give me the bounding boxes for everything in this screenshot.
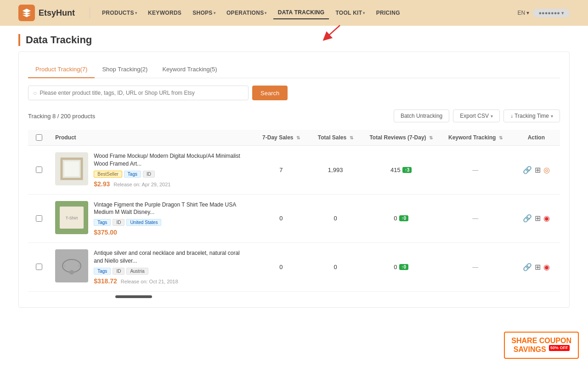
th-keyword-tracking: Keyword Tracking ⇅	[438, 130, 513, 146]
product-price: $375.00	[94, 229, 117, 236]
nav-operations[interactable]: OPERATIONS ▾	[222, 7, 271, 19]
lang-selector[interactable]: EN ▾	[517, 10, 529, 16]
sort-keyword-icon[interactable]: ⇅	[499, 135, 503, 140]
nav-pricing[interactable]: PRICING	[372, 7, 405, 19]
chart-icon[interactable]: ⊞	[535, 166, 541, 174]
content-area: Product Tracking(7) Shop Tracking(2) Key…	[18, 52, 570, 308]
tag-tags: Tags	[124, 171, 141, 178]
svg-point-9	[69, 270, 74, 275]
nav-keywords[interactable]: KEYWORDS	[143, 7, 186, 19]
page-header: Data Tracking	[18, 34, 92, 46]
keyword-tracking-cell: —	[438, 146, 513, 195]
tag-tags: Tags	[94, 219, 111, 226]
product-img-svg	[58, 155, 85, 183]
tag-austria: Austria	[126, 268, 148, 275]
page-header-container: Data Tracking	[0, 26, 588, 46]
search-icon: ○	[33, 89, 37, 97]
sort-label: ↓ Tracking Time	[510, 113, 549, 119]
product-image: T-Shirt	[55, 201, 88, 234]
reviews-cell: 0 ↑0	[364, 243, 438, 292]
main-nav: PRODUCTS ▾ KEYWORDS SHOPS ▾ OPERATIONS ▾…	[97, 6, 405, 19]
reviews-cell: 415 ↑3	[364, 146, 438, 195]
sort-dropdown-icon: ▾	[551, 114, 553, 119]
batch-untracking-button[interactable]: Batch Untracking	[394, 109, 449, 122]
total-sales-cell: 1,993	[307, 146, 364, 195]
th-7day-sales: 7-Day Sales ⇅	[255, 130, 307, 146]
sort-7day-icon[interactable]: ⇅	[296, 135, 300, 140]
chart-icon[interactable]: ⊞	[535, 214, 541, 223]
tags-row: Tags ID Austria	[94, 268, 250, 275]
nav-divider	[90, 7, 90, 18]
sales7-cell: 0	[255, 194, 307, 243]
release-date: Release on: Oct 21, 2018	[121, 279, 178, 284]
tabs: Product Tracking(7) Shop Tracking(2) Key…	[28, 61, 560, 78]
link-icon[interactable]: 🔗	[523, 166, 532, 174]
tag-us: United States	[126, 219, 161, 226]
row3-checkbox[interactable]	[36, 264, 42, 270]
action-cell: 🔗 ⊞ ◉	[513, 243, 560, 292]
select-all-checkbox[interactable]	[36, 134, 42, 141]
product-info: Wood Frame Mockup/ Modern Digital Mockup…	[94, 152, 250, 188]
tag-id: ID	[143, 171, 155, 178]
chart-icon[interactable]: ⊞	[535, 263, 541, 271]
tab-product-tracking[interactable]: Product Tracking(7)	[28, 61, 95, 78]
table-row: T-Shirt Vintage Figment the Purple Drago…	[28, 194, 560, 243]
logo-icon	[18, 5, 35, 21]
th-product: Product	[50, 130, 255, 146]
row1-checkbox[interactable]	[36, 167, 42, 173]
logo-text: EtsyHunt	[39, 8, 75, 18]
product-price: $2.93	[94, 180, 110, 188]
search-input[interactable]	[40, 86, 243, 100]
product-cell: T-Shirt Vintage Figment the Purple Drago…	[55, 201, 250, 236]
product-image	[55, 152, 88, 185]
review-delta-badge: ↑3	[402, 167, 412, 173]
nav-shops[interactable]: SHOPS ▾	[188, 7, 220, 19]
logo[interactable]: EtsyHunt	[18, 5, 75, 21]
page-title: Data Tracking	[26, 34, 92, 46]
table-row: Antique silver and coral necklace and br…	[28, 243, 560, 292]
tag-id: ID	[113, 219, 124, 226]
coupon-badge: 50% OFF	[549, 345, 570, 351]
review-delta-badge: ↑0	[399, 264, 409, 270]
action-icons: 🔗 ⊞ ◉	[518, 263, 554, 271]
target-icon[interactable]: ◉	[543, 214, 550, 223]
sort-reviews-icon[interactable]: ⇅	[429, 135, 433, 140]
coupon-line1: SHARE COUPON	[511, 336, 571, 345]
tab-keyword-tracking[interactable]: Keyword Tracking(5)	[155, 61, 224, 78]
tag-bestseller: BestSeller	[94, 171, 122, 178]
keyword-tracking-cell: —	[438, 243, 513, 292]
product-info: Antique silver and coral necklace and br…	[94, 249, 250, 285]
sales7-cell: 0	[255, 243, 307, 292]
search-button[interactable]: Search	[252, 86, 288, 100]
header-right: EN ▾ ●●●●●●● ▾	[517, 9, 570, 17]
tab-shop-tracking[interactable]: Shop Tracking(2)	[95, 61, 155, 78]
coupon-banner[interactable]: SHARE COUPON SAVINGS 50% OFF	[504, 332, 579, 359]
target-icon[interactable]: ◉	[543, 263, 550, 271]
target-icon[interactable]: ◎	[543, 166, 550, 174]
review-delta-badge: ↑0	[399, 215, 409, 221]
product-image	[55, 249, 88, 282]
svg-text:T-Shirt: T-Shirt	[66, 216, 78, 220]
nav-tool-kit[interactable]: TOOL KIT ▾	[331, 7, 369, 19]
scroll-indicator[interactable]	[115, 295, 152, 298]
nav-data-tracking[interactable]: DATA TRACKING	[273, 6, 329, 19]
total-sales-cell: 0	[307, 243, 364, 292]
export-csv-button[interactable]: Export CSV ▾	[453, 109, 500, 122]
sort-total-icon[interactable]: ⇅	[350, 135, 353, 140]
action-cell: 🔗 ⊞ ◎	[513, 146, 560, 195]
table-row: Wood Frame Mockup/ Modern Digital Mockup…	[28, 146, 560, 195]
sort-button[interactable]: ↓ Tracking Time ▾	[503, 109, 560, 122]
row2-checkbox[interactable]	[36, 215, 42, 222]
action-icons: 🔗 ⊞ ◉	[518, 214, 554, 223]
coupon-line2: SAVINGS 50% OFF	[511, 345, 571, 354]
product-cell: Antique silver and coral necklace and br…	[55, 249, 250, 285]
user-info[interactable]: ●●●●●●● ▾	[533, 9, 570, 17]
product-cell: Wood Frame Mockup/ Modern Digital Mockup…	[55, 152, 250, 188]
products-table: Product 7-Day Sales ⇅ Total Sales ⇅ Tota…	[28, 130, 560, 292]
link-icon[interactable]: 🔗	[523, 214, 532, 223]
nav-products[interactable]: PRODUCTS ▾	[97, 7, 141, 19]
link-icon[interactable]: 🔗	[523, 263, 532, 271]
search-input-wrap[interactable]: ○	[28, 86, 249, 100]
th-action: Action	[513, 130, 560, 146]
product-info: Vintage Figment the Purple Dragon T Shir…	[94, 201, 250, 236]
